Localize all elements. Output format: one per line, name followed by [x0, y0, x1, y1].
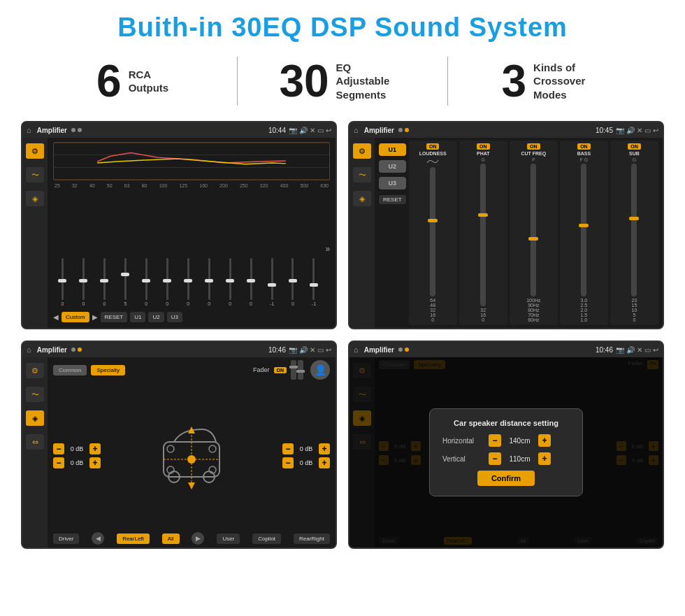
u3-preset-btn[interactable]: U3 — [379, 177, 406, 189]
eq-slider-3[interactable]: 5 — [116, 250, 135, 306]
dialog-horizontal-minus[interactable]: − — [489, 434, 501, 447]
eq-u1-btn[interactable]: U1 — [130, 312, 145, 322]
dialog-overlay: Car speaker distance setting Horizontal … — [349, 357, 663, 547]
eq-more-arrow[interactable]: » — [325, 244, 330, 254]
eq-slider-5[interactable]: 0 — [158, 250, 177, 306]
stat-crossover: 3 Kinds ofCrossover Modes — [462, 59, 643, 103]
cs-main-area: Common Specialty Fader ON 👤 − 0 dB — [48, 357, 336, 547]
u-sidebar-wave-icon[interactable]: 〜 — [353, 167, 371, 182]
dialog-horizontal-row: Horizontal − 140cm + — [442, 434, 570, 447]
dialog-volume-icon: 🔊 — [626, 346, 635, 354]
fader-mini-1[interactable] — [291, 360, 296, 380]
cs-sidebar-eq-icon[interactable]: ⚙ — [26, 363, 44, 378]
cs-sidebar-wave-icon[interactable]: 〜 — [26, 387, 44, 402]
cs-status-bar: ⌂ Amplifier 10:46 📷 🔊 ✕ ▭ ↩ — [22, 342, 336, 357]
u1-preset-btn[interactable]: U1 — [379, 143, 406, 156]
cutfreq-slider[interactable] — [531, 164, 536, 296]
eq-time: 10:44 — [268, 127, 286, 134]
cs-plus-3[interactable]: + — [319, 443, 330, 454]
eq-custom-btn[interactable]: Custom — [62, 312, 89, 322]
dialog-confirm-button[interactable]: Confirm — [477, 471, 535, 486]
eq-slider-8[interactable]: 0 — [221, 250, 240, 306]
cs-specialty-tab[interactable]: Specialty — [91, 365, 124, 375]
u-dot-1 — [398, 128, 403, 132]
cs-time: 10:46 — [268, 346, 286, 354]
cs-bottom-btns: Driver ◀ RearLeft All ▶ User Copilot Rea… — [53, 532, 330, 545]
cs-minus-3[interactable]: − — [282, 443, 294, 454]
cs-plus-2[interactable]: + — [89, 457, 101, 468]
dialog-home-icon: ⌂ — [354, 345, 359, 354]
u-bass-col: ON BASS F G 3.0 2.5 2.0 1.5 1.0 — [560, 141, 608, 325]
eq-slider-6[interactable]: 0 — [179, 250, 198, 306]
cs-minus-2[interactable]: − — [53, 457, 64, 468]
bass-on-badge: ON — [577, 143, 591, 150]
eq-sliders-area: 0 0 0 5 0 0 0 0 0 0 -1 0 -1 » — [53, 191, 330, 308]
cs-right-arrow-btn[interactable]: ▶ — [192, 532, 204, 545]
cs-rearleft-btn[interactable]: RearLeft — [117, 533, 150, 544]
dialog-app-name: Amplifier — [364, 346, 394, 354]
cs-left-arrow-btn[interactable]: ◀ — [92, 532, 104, 545]
dialog-vertical-minus[interactable]: − — [489, 452, 501, 465]
u-sidebar-speaker-icon[interactable]: ◈ — [353, 191, 371, 206]
u-sidebar-eq-icon[interactable]: ⚙ — [353, 143, 371, 159]
cs-db-val-2: 0 dB — [66, 459, 87, 466]
stat-rca: 6 RCAOutputs — [42, 59, 223, 103]
dot-1 — [71, 128, 75, 132]
stat-divider-2 — [447, 57, 448, 106]
cs-user-btn[interactable]: User — [217, 533, 240, 544]
cutfreq-label: CUT FREQ — [521, 151, 546, 156]
dialog-horizontal-plus[interactable]: + — [538, 434, 551, 447]
stats-row: 6 RCAOutputs 30 EQ AdjustableSegments 3 … — [0, 50, 685, 115]
eq-slider-11[interactable]: 0 — [283, 250, 302, 306]
cs-minus-4[interactable]: − — [282, 457, 294, 468]
eq-u3-btn[interactable]: U3 — [167, 312, 182, 322]
loudness-slider[interactable] — [430, 167, 435, 296]
u2-preset-btn[interactable]: U2 — [379, 160, 406, 173]
u-reset-btn[interactable]: RESET — [379, 195, 406, 204]
u-close-icon: ✕ — [637, 127, 642, 134]
eq-slider-9[interactable]: 0 — [242, 250, 261, 306]
phat-label: PHAT — [477, 151, 490, 156]
cs-copilot-btn[interactable]: Copilot — [252, 533, 281, 544]
cs-minus-1[interactable]: − — [53, 443, 64, 454]
eq-slider-2[interactable]: 0 — [95, 250, 114, 306]
cs-plus-1[interactable]: + — [89, 443, 101, 454]
eq-u2-btn[interactable]: U2 — [148, 312, 164, 322]
eq-prev-btn[interactable]: ◀ — [53, 313, 59, 321]
cs-rearright-btn[interactable]: RearRight — [294, 533, 330, 544]
eq-slider-4[interactable]: 0 — [137, 250, 156, 306]
cs-all-btn[interactable]: All — [162, 533, 180, 544]
bass-slider[interactable] — [581, 164, 586, 296]
phat-slider[interactable] — [480, 164, 486, 306]
eq-sidebar-speaker-icon[interactable]: ◈ — [26, 191, 44, 206]
cs-fader-on: ON — [274, 367, 287, 373]
sub-slider[interactable] — [631, 164, 637, 296]
eq-reset-btn[interactable]: RESET — [101, 312, 128, 322]
fader-mini-2[interactable] — [298, 360, 303, 380]
cs-status-icons: 📷 🔊 ✕ ▭ ↩ — [289, 346, 331, 354]
eq-slider-1[interactable]: 0 — [74, 250, 93, 306]
cs-sidebar-arrows-icon[interactable]: ⇔ — [26, 434, 44, 450]
cs-plus-4[interactable]: + — [319, 457, 330, 468]
cs-sidebar-speaker-icon[interactable]: ◈ — [26, 410, 44, 426]
sub-on-badge: ON — [628, 143, 641, 150]
eq-next-btn[interactable]: ▶ — [92, 313, 98, 321]
eq-sidebar-eq-icon[interactable]: ⚙ — [26, 143, 44, 159]
cs-driver-btn[interactable]: Driver — [53, 533, 79, 544]
u-presets: U1 U2 U3 RESET — [379, 141, 406, 325]
u-back-icon: ↩ — [653, 127, 658, 134]
cs-common-tab[interactable]: Common — [53, 365, 87, 375]
eq-slider-7[interactable]: 0 — [200, 250, 219, 306]
u-screen-panel: ⌂ Amplifier 10:45 📷 🔊 ✕ ▭ ↩ ⚙ 〜 ◈ — [348, 121, 664, 329]
eq-screen-panel: ⌂ Amplifier 10:44 📷 🔊 ✕ ▭ ↩ ⚙ 〜 ◈ — [21, 121, 337, 329]
eq-sidebar-wave-icon[interactable]: 〜 — [26, 167, 44, 182]
eq-slider-10[interactable]: -1 — [263, 250, 282, 306]
u-time: 10:45 — [596, 127, 613, 134]
sub-label: SUB — [629, 151, 640, 156]
cs-db-val-4: 0 dB — [296, 459, 317, 466]
dialog-dot-orange — [405, 348, 409, 352]
eq-slider-12[interactable]: -1 — [304, 250, 323, 306]
back-icon: ↩ — [326, 127, 331, 134]
eq-slider-0[interactable]: 0 — [53, 250, 72, 306]
dialog-vertical-plus[interactable]: + — [538, 452, 551, 465]
